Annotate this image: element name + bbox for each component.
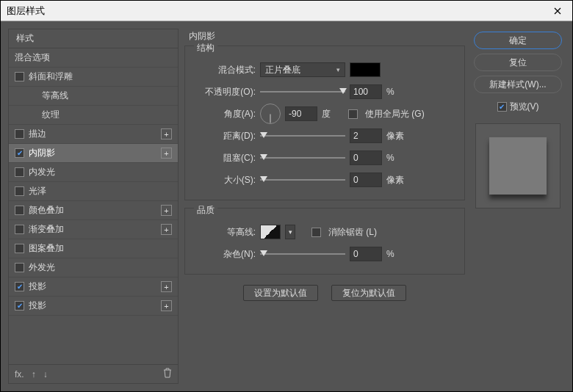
action-panel: 确定 复位 新建样式(W)... 预览(V) (471, 29, 565, 384)
style-row[interactable]: 颜色叠加+ (9, 201, 178, 220)
style-label: 渐变叠加 (29, 223, 161, 236)
opacity-row: 不透明度(O): % (192, 81, 457, 103)
add-effect-icon[interactable]: + (161, 128, 172, 139)
distance-label: 距离(D): (192, 130, 256, 142)
size-input[interactable] (350, 173, 382, 187)
choke-label: 阻塞(C): (192, 152, 256, 164)
choke-slider[interactable] (260, 152, 345, 164)
add-effect-icon[interactable]: + (161, 205, 172, 216)
choke-unit: % (386, 153, 408, 163)
opacity-slider[interactable] (260, 86, 345, 98)
down-arrow-icon[interactable]: ↓ (43, 369, 48, 380)
reset-default-button[interactable]: 复位为默认值 (331, 285, 406, 301)
style-row[interactable]: 斜面和浮雕 (9, 68, 178, 87)
layer-style-dialog: 图层样式 样式 混合选项 斜面和浮雕等高线纹理描边+内阴影+内发光光泽颜色叠加+… (0, 0, 573, 392)
style-row[interactable]: 光泽 (9, 182, 178, 201)
fx-icon[interactable]: fx. (15, 369, 24, 380)
style-row[interactable]: 投影+ (9, 277, 178, 297)
style-label: 斜面和浮雕 (29, 70, 172, 83)
quality-fieldset: 品质 等高线: ▾ 消除锯齿 (L) 杂色(N): % (184, 208, 465, 275)
ok-button[interactable]: 确定 (474, 32, 562, 49)
angle-unit: 度 (322, 108, 344, 120)
shadow-color-swatch[interactable] (350, 62, 381, 77)
noise-slider[interactable] (260, 248, 345, 260)
size-row: 大小(S): 像素 (192, 169, 457, 191)
titlebar: 图层样式 (1, 1, 572, 21)
noise-input[interactable] (350, 247, 382, 261)
add-effect-icon[interactable]: + (161, 148, 172, 159)
style-label: 描边 (29, 128, 161, 140)
style-checkbox[interactable] (15, 225, 24, 234)
styles-footer: fx. ↑ ↓ (9, 364, 178, 383)
style-row[interactable]: 内发光 (9, 163, 178, 182)
blend-mode-row: 混合模式: 正片叠底 ▾ (192, 59, 457, 81)
style-label: 内发光 (29, 166, 172, 178)
style-row[interactable]: 纹理 (9, 106, 178, 125)
add-effect-icon[interactable]: + (161, 281, 172, 292)
style-checkbox[interactable] (15, 167, 24, 177)
blend-mode-value: 正片叠底 (265, 64, 300, 76)
style-label: 光泽 (29, 185, 172, 197)
style-checkbox[interactable] (15, 129, 24, 139)
style-row[interactable]: 等高线 (9, 87, 178, 106)
angle-row: 角度(A): 度 使用全局光 (G) (192, 103, 457, 125)
style-row[interactable]: 渐变叠加+ (9, 220, 178, 239)
add-effect-icon[interactable]: + (161, 300, 172, 311)
distance-input[interactable] (350, 128, 382, 143)
style-label: 等高线 (42, 90, 172, 102)
up-arrow-icon[interactable]: ↑ (32, 369, 36, 380)
choke-input[interactable] (350, 150, 382, 165)
distance-row: 距离(D): 像素 (192, 125, 457, 147)
contour-dropdown[interactable]: ▾ (285, 225, 295, 239)
style-row[interactable]: 外发光 (9, 258, 178, 277)
angle-dial[interactable] (260, 104, 281, 124)
dialog-body: 样式 混合选项 斜面和浮雕等高线纹理描边+内阴影+内发光光泽颜色叠加+渐变叠加+… (1, 21, 572, 391)
style-checkbox[interactable] (15, 72, 24, 81)
contour-row: 等高线: ▾ 消除锯齿 (L) (192, 221, 457, 243)
close-icon (554, 7, 561, 15)
antialias-checkbox[interactable] (311, 228, 321, 237)
add-effect-icon[interactable]: + (161, 224, 172, 235)
style-checkbox[interactable] (15, 263, 24, 272)
style-label: 颜色叠加 (29, 204, 161, 217)
distance-slider[interactable] (260, 130, 345, 142)
preview-checkbox[interactable] (497, 102, 507, 112)
size-unit: 像素 (386, 174, 408, 186)
style-checkbox[interactable] (15, 206, 24, 215)
style-checkbox[interactable] (15, 186, 24, 196)
close-button[interactable] (543, 1, 572, 21)
structure-fieldset: 结构 混合模式: 正片叠底 ▾ 不透明度(O): (184, 46, 465, 200)
chevron-down-icon: ▾ (336, 66, 340, 73)
style-checkbox[interactable] (15, 244, 24, 253)
style-label: 投影 (29, 300, 161, 312)
new-style-button[interactable]: 新建样式(W)... (474, 76, 562, 93)
effect-title: 内阴影 (184, 29, 465, 46)
style-row[interactable]: 投影+ (9, 297, 178, 316)
style-label: 图案叠加 (29, 242, 172, 255)
opacity-label: 不透明度(O): (192, 86, 256, 98)
styles-panel: 样式 混合选项 斜面和浮雕等高线纹理描边+内阴影+内发光光泽颜色叠加+渐变叠加+… (8, 29, 179, 384)
quality-title: 品质 (194, 204, 217, 217)
style-row[interactable]: 描边+ (9, 125, 178, 144)
angle-input[interactable] (285, 106, 317, 121)
preview-swatch (489, 137, 547, 195)
style-label: 外发光 (29, 261, 172, 274)
blending-options-row[interactable]: 混合选项 (9, 48, 178, 68)
style-checkbox[interactable] (15, 301, 24, 311)
set-default-button[interactable]: 设置为默认值 (243, 285, 318, 301)
preview-label: 预览(V) (510, 101, 539, 113)
style-row[interactable]: 内阴影+ (9, 144, 178, 163)
opacity-input[interactable] (350, 84, 382, 99)
size-slider[interactable] (260, 174, 345, 186)
trash-icon[interactable] (163, 368, 172, 380)
style-checkbox[interactable] (15, 148, 24, 158)
style-label: 投影 (29, 280, 161, 293)
global-light-checkbox[interactable] (348, 109, 358, 119)
contour-picker[interactable] (260, 225, 281, 239)
blend-mode-select[interactable]: 正片叠底 ▾ (260, 62, 345, 77)
blending-options-label: 混合选项 (15, 51, 172, 64)
style-row[interactable]: 图案叠加 (9, 239, 178, 258)
choke-row: 阻塞(C): % (192, 147, 457, 169)
reset-button[interactable]: 复位 (474, 54, 562, 71)
style-checkbox[interactable] (15, 282, 24, 291)
